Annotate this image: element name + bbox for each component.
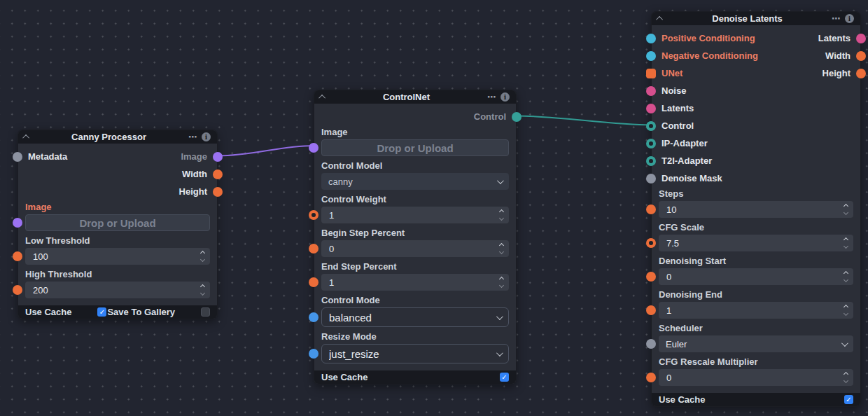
number-stepper[interactable]: [201, 251, 204, 261]
stepper-up-icon[interactable]: [499, 277, 504, 282]
node-menu-icon[interactable]: ⋯: [487, 90, 496, 104]
info-icon[interactable]: i: [845, 14, 854, 23]
collapse-chevron-icon[interactable]: [318, 95, 326, 102]
node-header[interactable]: Denoise Latents ⋯ i: [652, 12, 860, 25]
input-handle-high-threshold[interactable]: [13, 285, 22, 295]
use-cache-checkbox[interactable]: ✓: [97, 307, 106, 317]
stepper-up-icon[interactable]: [844, 271, 848, 276]
stepper-up-icon[interactable]: [200, 284, 205, 289]
control-weight-value[interactable]: [321, 207, 509, 223]
use-cache-checkbox[interactable]: ✓: [500, 373, 509, 382]
edge-controlnet-control-to-denoise-control[interactable]: [517, 116, 651, 125]
number-stepper[interactable]: [500, 244, 503, 254]
input-handle-scheduler[interactable]: [646, 339, 656, 349]
scheduler-select[interactable]: Euler: [659, 335, 853, 352]
denoising-end-input[interactable]: [659, 302, 853, 319]
control-weight-input[interactable]: [321, 207, 509, 223]
image-drop-upload-button[interactable]: Drop or Upload: [321, 139, 509, 156]
stepper-up-icon[interactable]: [499, 243, 504, 248]
number-stepper[interactable]: [844, 204, 848, 214]
node-header[interactable]: Canny Processor ⋯ i: [18, 130, 217, 144]
edge-canny-image-to-controlnet-image[interactable]: [218, 146, 314, 156]
output-handle-height[interactable]: [213, 187, 223, 197]
use-cache-checkbox[interactable]: ✓: [844, 395, 853, 404]
end-step-percent-value[interactable]: [321, 274, 509, 291]
input-handle-cfg-rescale-multiplier[interactable]: [646, 373, 656, 382]
denoising-start-value[interactable]: [659, 268, 853, 285]
input-handle-denoising-start[interactable]: [646, 272, 656, 282]
collapse-chevron-icon[interactable]: [656, 16, 663, 23]
resize-mode-select[interactable]: just_resize: [321, 344, 509, 363]
output-handle-height[interactable]: [856, 69, 866, 78]
save-to-gallery-checkbox[interactable]: [201, 307, 210, 317]
input-handle-steps[interactable]: [646, 204, 656, 214]
input-handle-low-threshold[interactable]: [13, 251, 22, 261]
steps-input[interactable]: [659, 201, 853, 218]
control-model-select[interactable]: canny: [321, 173, 509, 190]
input-handle-begin-step-percent[interactable]: [309, 244, 318, 254]
number-stepper[interactable]: [844, 373, 848, 382]
stepper-up-icon[interactable]: [844, 237, 848, 242]
cfg-scale-input[interactable]: [659, 235, 853, 251]
input-handle-metadata[interactable]: [13, 152, 22, 162]
number-stepper[interactable]: [844, 272, 848, 282]
input-handle-cfg-scale[interactable]: [646, 238, 656, 248]
steps-value[interactable]: [659, 201, 853, 218]
stepper-down-icon[interactable]: [844, 210, 848, 215]
stepper-up-icon[interactable]: [844, 372, 848, 377]
input-handle-control-weight[interactable]: [309, 210, 318, 220]
output-handle-width[interactable]: [856, 51, 866, 61]
stepper-down-icon[interactable]: [844, 244, 848, 249]
low-threshold-input[interactable]: [25, 248, 210, 265]
input-handle-latents[interactable]: [646, 104, 656, 113]
input-handle-ip-adapter[interactable]: [646, 139, 656, 148]
input-handle-t2i-adapter[interactable]: [646, 156, 656, 166]
cfg-rescale-multiplier-value[interactable]: [659, 369, 853, 386]
number-stepper[interactable]: [844, 305, 848, 315]
workflow-canvas[interactable]: Canny Processor ⋯ i Metadata Image Width…: [0, 0, 868, 416]
end-step-percent-input[interactable]: [321, 274, 509, 291]
begin-step-percent-input[interactable]: [321, 240, 509, 257]
input-handle-control[interactable]: [646, 121, 656, 131]
stepper-up-icon[interactable]: [200, 251, 205, 256]
input-handle-denoise-mask[interactable]: [646, 174, 656, 183]
input-handle-unet[interactable]: [646, 69, 656, 78]
info-icon[interactable]: i: [500, 92, 510, 102]
node-denoise-latents[interactable]: Denoise Latents ⋯ i Positive Conditionin…: [651, 11, 861, 407]
stepper-down-icon[interactable]: [200, 291, 205, 296]
number-stepper[interactable]: [201, 285, 204, 295]
stepper-up-icon[interactable]: [844, 305, 848, 310]
stepper-down-icon[interactable]: [200, 257, 205, 262]
high-threshold-input[interactable]: [25, 282, 210, 298]
output-handle-image[interactable]: [213, 152, 223, 162]
info-icon[interactable]: i: [202, 132, 211, 141]
low-threshold-value[interactable]: [25, 248, 210, 265]
control-mode-select[interactable]: balanced: [321, 307, 509, 327]
input-handle-image[interactable]: [309, 143, 318, 153]
number-stepper[interactable]: [500, 277, 503, 287]
input-handle-resize-mode[interactable]: [309, 349, 318, 359]
output-handle-width[interactable]: [213, 169, 223, 179]
stepper-up-icon[interactable]: [499, 209, 504, 214]
number-stepper[interactable]: [500, 210, 503, 220]
input-handle-noise[interactable]: [646, 86, 656, 96]
output-handle-control[interactable]: [512, 112, 522, 122]
stepper-down-icon[interactable]: [499, 283, 504, 288]
collapse-chevron-icon[interactable]: [22, 134, 29, 141]
input-handle-end-step-percent[interactable]: [309, 277, 318, 287]
input-handle-positive-conditioning[interactable]: [646, 34, 656, 43]
node-menu-icon[interactable]: ⋯: [832, 12, 841, 25]
node-header[interactable]: ControlNet ⋯ i: [314, 90, 516, 104]
stepper-down-icon[interactable]: [499, 249, 504, 254]
begin-step-percent-value[interactable]: [321, 240, 509, 257]
stepper-down-icon[interactable]: [844, 277, 848, 282]
stepper-down-icon[interactable]: [844, 311, 848, 316]
cfg-rescale-multiplier-input[interactable]: [659, 369, 853, 386]
input-handle-control-mode[interactable]: [309, 312, 318, 322]
high-threshold-value[interactable]: [25, 282, 210, 298]
stepper-down-icon[interactable]: [499, 216, 504, 221]
denoising-start-input[interactable]: [659, 268, 853, 285]
input-handle-negative-conditioning[interactable]: [646, 51, 656, 61]
cfg-scale-value[interactable]: [659, 235, 853, 251]
node-canny-processor[interactable]: Canny Processor ⋯ i Metadata Image Width…: [18, 130, 218, 319]
